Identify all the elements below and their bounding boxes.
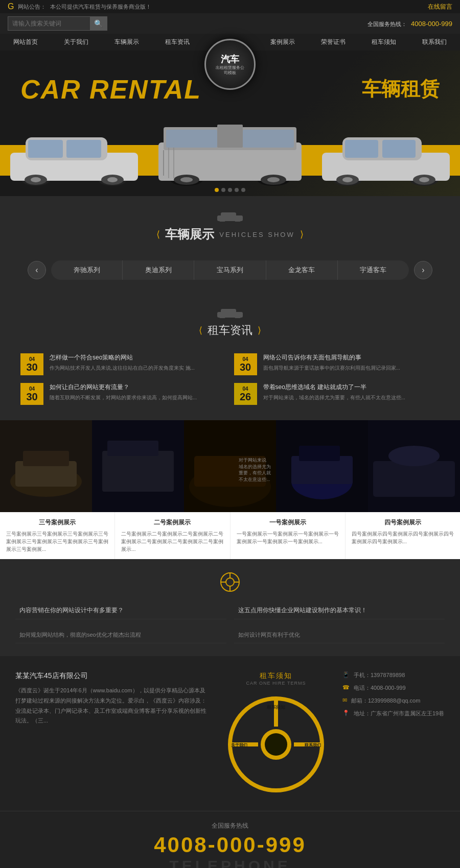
section-car-icon <box>215 211 245 222</box>
news-item-3: 04 30 如何让自己的网站更有流量？ 随着互联网的不断发展，对网站的要求你来说… <box>20 383 226 405</box>
news-item-1: 04 30 怎样做一个符合seo策略的网站 作为网站技术开发人员来说,这往往站在… <box>20 353 226 375</box>
nav-terms[interactable]: 租车须知 <box>359 34 409 51</box>
news-date-3: 04 30 <box>20 383 43 405</box>
svg-rect-41 <box>221 309 236 314</box>
nav-contact[interactable]: 联系我们 <box>409 34 460 51</box>
svg-rect-37 <box>221 212 236 217</box>
dot-2[interactable] <box>228 188 232 192</box>
car-left-svg <box>5 130 143 186</box>
cat-next-button[interactable]: › <box>414 261 432 279</box>
notice-left: 某某汽车45店有限公司 《西度云》诞生于2014年6月（www.baidu.co… <box>15 671 210 795</box>
case-card-4: 四号案例展示 四号案例展示四号案例展示四号案例展示四号案例展示四号案例展示... <box>346 512 460 559</box>
nav-honor[interactable]: 荣誉证书 <box>308 34 359 51</box>
svg-text:关于我们: 关于我们 <box>231 742 247 748</box>
news-headline-3[interactable]: 如何让自己的网站更有流量？ <box>50 383 226 392</box>
nav-news[interactable]: 租车资讯 <box>152 34 202 51</box>
svg-point-32 <box>342 177 353 182</box>
hero-car-center <box>148 104 312 186</box>
cat-benz[interactable]: 奔驰系列 <box>51 260 123 280</box>
content-icon <box>15 572 445 594</box>
content-item-4[interactable]: 如何设计网页有利于优化 <box>234 627 445 643</box>
notice-center: 租车须知 CAR ONE HIRE TERMS 租车须知 关于我们 联系我们 <box>225 671 327 795</box>
cat-audi[interactable]: 奥迪系列 <box>123 260 194 280</box>
case-img-3: 对于网站来说域名的选择尤为重要，有些人就不太在意这些... <box>184 420 276 512</box>
content-item-2[interactable]: 这五点用你快懂企业网站建设制作的基本常识！ <box>234 602 445 619</box>
case-card-1: 一号案例展示 一号案例展示一号案例展示一号案例展示一号案例展示一号案例展示一号案… <box>231 512 346 559</box>
case-card-text-4: 四号案例展示四号案例展示四号案例展示四号案例展示四号案例展示... <box>352 530 454 545</box>
nav-home[interactable]: 网站首页 <box>0 34 51 51</box>
logo-sub-text: 出租租赁服务公司模板 <box>216 65 244 76</box>
news-excerpt-3: 随着互联网的不断发展，对网站的要求你来说高，如何提高网站... <box>50 394 226 401</box>
hero-car-left <box>0 104 148 186</box>
news-headline-4[interactable]: 带着seo思维选域名 建站就成功了一半 <box>263 383 440 392</box>
cat-bmw[interactable]: 宝马系列 <box>194 260 266 280</box>
news-content-3: 如何让自己的网站更有流量？ 随着互联网的不断发展，对网站的要求你来说高，如何提高… <box>50 383 226 401</box>
hotline-number: 4008-000-999 <box>411 20 452 28</box>
case-card-title-3[interactable]: 三号案例展示 <box>6 518 108 527</box>
hero-car-rental-text: CAR RENTAL <box>20 76 201 103</box>
svg-text:租车须知: 租车须知 <box>266 704 285 710</box>
notice-right: 📱 手机：13978789898 ☎ 电话：4008-000-999 ✉ 邮箱：… <box>342 671 445 795</box>
news-content-2: 网络公司告诉你有关面包屑导航的事 面包屑导航来源于童话故事中的汉赛尔利用面包屑记… <box>263 353 440 372</box>
svg-point-33 <box>419 177 429 182</box>
search-button[interactable]: 🔍 <box>90 17 107 30</box>
nav-cases[interactable]: 案例展示 <box>257 34 308 51</box>
news-headline-1[interactable]: 怎样做一个符合seo策略的网站 <box>50 353 226 362</box>
online-message-link[interactable]: 在线留言 <box>428 3 452 11</box>
case-images-row: 对于网站来说域名的选择尤为重要，有些人就不太在意这些... <box>0 420 460 512</box>
case-section: 对于网站来说域名的选择尤为重要，有些人就不太在意这些... 三号案例展示 三号案… <box>0 420 460 559</box>
dot-1[interactable] <box>221 188 225 192</box>
top-bar-left: G 网站公告： 本公司提供汽车租赁与保养服务商业版！ <box>8 2 151 11</box>
news-grid: 04 30 怎样做一个符合seo策略的网站 作为网站技术开发人员来说,这往往站在… <box>10 348 450 410</box>
case-overlay-text: 对于网站来说域名的选择尤为重要，有些人就不太在意这些... <box>239 457 271 483</box>
svg-rect-45 <box>23 451 69 466</box>
hero-text-right: 车辆租赁 <box>362 76 440 102</box>
hotline-label: 全国服务热线： <box>367 21 407 27</box>
cat-jinlong[interactable]: 金龙客车 <box>266 260 338 280</box>
cat-yutong[interactable]: 宇通客车 <box>338 260 409 280</box>
tel-label: 全国服务热线 <box>10 822 450 830</box>
case-svg-5 <box>368 420 460 512</box>
svg-rect-15 <box>243 130 294 148</box>
svg-rect-57 <box>373 461 455 497</box>
news-day-1: 30 <box>26 362 38 372</box>
news-car-icon <box>215 308 245 318</box>
nav-vehicles[interactable]: 车辆展示 <box>101 34 152 51</box>
tel-word: TELEPHONE <box>10 857 450 868</box>
dot-4[interactable] <box>241 188 245 192</box>
hero-dots <box>215 188 245 192</box>
nav-about[interactable]: 关于我们 <box>51 34 101 51</box>
address-icon: 📍 <box>342 710 350 716</box>
news-headline-2[interactable]: 网络公司告诉你有关面包屑导航的事 <box>263 353 440 362</box>
svg-point-60 <box>226 578 234 586</box>
company-intro: 《西度云》诞生于2014年6月（www.baidu.com），以提供分享精品心源… <box>15 686 210 726</box>
content-grid: 内容营销在你的网站设计中有多重要？ 这五点用你快懂企业网站建设制作的基本常识！ … <box>15 602 445 643</box>
case-svg-1 <box>0 420 92 512</box>
hero-chinese-title: 车辆租赁 <box>362 76 440 102</box>
case-card-title-4[interactable]: 四号案例展示 <box>352 518 454 527</box>
logo-circle: 汽车 出租租赁服务公司模板 <box>204 39 256 90</box>
search-input[interactable] <box>8 18 90 29</box>
search-wrap: 🔍 <box>8 16 107 31</box>
cat-prev-button[interactable]: ‹ <box>28 261 46 279</box>
news-day-4: 26 <box>239 392 252 402</box>
dot-active[interactable] <box>215 188 219 192</box>
case-img-2 <box>92 420 184 512</box>
svg-text:联系我们: 联系我们 <box>304 743 321 748</box>
vehicles-title-zh: ⟨ 车辆展示 VEHICLES SHOW ⟩ <box>10 226 450 243</box>
case-card-title-2[interactable]: 二号案例展示 <box>121 518 223 527</box>
news-section: ⟨ 租车资讯 ⟩ 04 30 怎样做一个符合seo策略的网站 作为网站技术开发人… <box>0 287 460 420</box>
company-name: 某某汽车45店有限公司 <box>15 671 210 681</box>
dot-3[interactable] <box>235 188 239 192</box>
content-item-3[interactable]: 如何规划网站结构，彻底的seo优化才能杰出流程 <box>15 627 226 643</box>
contact-address: 📍 地址：广东省广州市盖属区左王19巷 <box>342 710 445 717</box>
site-icon: G <box>8 2 14 11</box>
case-card-title-1[interactable]: 一号案例展示 <box>237 518 339 527</box>
news-date-1: 04 30 <box>20 353 43 375</box>
svg-point-20 <box>267 177 280 182</box>
news-excerpt-2: 面包屑导航来源于童话故事中的汉赛尔利用面包屑记录回家... <box>263 364 440 372</box>
content-item-1[interactable]: 内容营销在你的网站设计中有多重要？ <box>15 602 226 619</box>
news-date-4: 04 26 <box>234 383 257 405</box>
nav-top: 网站首页 关于我们 车辆展示 租车资讯 汽车 出租租赁服务公司模板 案例展示 荣… <box>0 34 460 51</box>
search-bar: 🔍 全国服务热线： 4008-000-999 <box>0 13 460 34</box>
